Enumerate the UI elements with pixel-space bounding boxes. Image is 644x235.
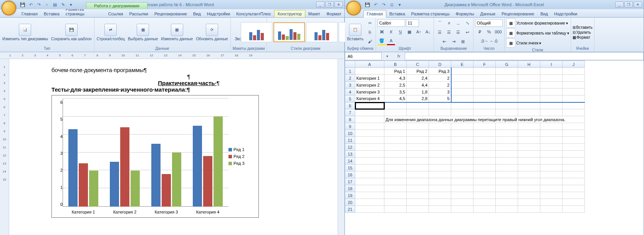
save-template-icon: 💾 [65,24,78,36]
minimize-button[interactable]: _ [615,2,624,8]
align-center-icon[interactable]: ☰ [445,28,453,36]
qat-dropdown-icon[interactable]: ▾ [68,1,74,8]
cell-styles-button[interactable]: ▦ Стили ячеек ▾ [506,38,541,48]
minimize-button[interactable]: _ [316,2,324,8]
delete-cells-button[interactable]: ⊟ Удалить [573,30,591,35]
edit-data-button[interactable]: ▦Изменить данные [160,23,194,42]
border-button[interactable]: ▦ [405,28,414,36]
horizontal-ruler[interactable]: 12345678910111213141516171819 [0,52,344,59]
redo-icon[interactable]: ↷ [380,1,387,8]
insert-cells-button[interactable]: ⊞ Вставить [573,25,593,30]
format-as-table-button[interactable]: ▦ Форматировать как таблицу ▾ [506,28,569,38]
font-color-button[interactable]: A [387,37,395,45]
save-template-button[interactable]: 💾 Сохранить как шаблон [50,23,93,42]
tab-addins[interactable]: Надстройки [551,10,580,17]
merge-cells-icon[interactable]: ⊞ [459,37,467,46]
copy-icon[interactable]: ⎘ [366,28,374,36]
tab-formulas[interactable]: Формулы [453,10,477,17]
tab-page-layout[interactable]: Разметка страницы [408,10,453,17]
tab-design[interactable]: Конструктор [274,10,305,17]
document-page[interactable]: бочем·поле·документа·программы¶ ¶ Практи… [9,59,338,235]
wrap-text-icon[interactable]: ↩ [463,28,472,36]
formula-bar-buttons: ▾ fx [382,52,405,60]
format-painter-icon[interactable]: 🖌 [366,37,374,46]
font-name-combo[interactable] [377,19,405,27]
select-data-button[interactable]: ▦Выбрать данные [127,23,159,42]
save-icon[interactable]: 💾 [364,1,371,8]
align-top-icon[interactable]: ⎴ [435,19,444,27]
open-icon[interactable]: ▤ [51,1,58,8]
group-number-label: Число [475,46,503,51]
decrease-decimal-icon[interactable]: ←.0 [489,37,498,45]
chart-style-2[interactable] [273,22,305,42]
number-format-combo[interactable] [475,19,503,27]
paste-button[interactable]: 📋Вставить [346,23,364,42]
cells-table[interactable]: ABCDEFGHIJ1Ряд 1Ряд 2Ряд 32Категория 14,… [345,61,585,213]
align-left-icon[interactable]: ☰ [435,28,444,36]
tab-addins[interactable]: Надстройки [204,10,233,17]
formula-bar[interactable] [405,52,644,60]
tab-consultant[interactable]: КонсультантПлюс [233,10,274,17]
orientation-icon[interactable]: ⤡ [463,19,472,27]
tab-data[interactable]: Данные [477,10,498,17]
doc-subheading: Тесты·для·закрепления·изученного·материа… [51,86,326,93]
percent-icon[interactable]: % [485,28,493,36]
underline-button[interactable]: Ч [396,28,404,36]
fx-icon[interactable]: fx [397,54,400,58]
office-button[interactable] [346,1,361,15]
refresh-data-button[interactable]: ⟳Обновить данные [195,23,228,42]
office-button[interactable] [2,1,16,15]
switch-row-col-button[interactable]: ⇄Строка/столбец [96,23,126,42]
tab-view[interactable]: Вид [190,10,204,17]
save-icon[interactable]: 💾 [19,1,26,8]
decrease-font-icon[interactable]: A↓ [424,28,432,36]
decrease-indent-icon[interactable]: ⇤ [440,37,449,46]
tab-review[interactable]: Рецензирование [498,10,537,17]
chart-style-3[interactable] [306,22,338,42]
restore-button[interactable]: ❐ [325,2,334,8]
increase-font-icon[interactable]: A↑ [414,28,423,36]
embedded-chart[interactable]: 6543210 Категория 1Категория 2Категория … [51,95,259,218]
redo-icon[interactable]: ↷ [35,1,42,8]
fx-dropdown-icon[interactable]: ▾ [386,54,388,58]
align-middle-icon[interactable]: ≡ [445,19,453,27]
preview-icon[interactable]: ✎ [60,1,66,8]
tab-home[interactable]: Главная [363,10,386,18]
new-icon[interactable]: ▫ [43,1,50,8]
spreadsheet-grid[interactable]: ABCDEFGHIJ1Ряд 1Ряд 2Ряд 32Категория 14,… [345,61,644,235]
format-cells-button[interactable]: ▦ Формат [573,35,591,39]
increase-decimal-icon[interactable]: .0→ [480,37,488,45]
align-bottom-icon[interactable]: ⎵ [454,19,462,27]
tab-layout[interactable]: Макет [305,10,323,17]
tab-home[interactable]: Главная [18,10,41,17]
tab-review[interactable]: Рецензирование [151,10,190,17]
tab-format[interactable]: Формат [323,10,344,17]
undo-icon[interactable]: ↶ [27,1,34,8]
close-button[interactable]: ✕ [634,2,642,8]
increase-indent-icon[interactable]: ⇥ [449,37,458,46]
restore-button[interactable]: ❐ [624,2,633,8]
italic-button[interactable]: К [387,28,395,36]
chart-style-1[interactable] [241,22,272,42]
tab-view[interactable]: Вид [537,10,551,17]
vertical-ruler[interactable]: 123456789101112131415 [0,59,9,235]
close-button[interactable]: ✕ [334,2,343,8]
conditional-format-button[interactable]: ▦ Условное форматирование ▾ [506,18,568,28]
comma-icon[interactable]: 000 [494,28,502,36]
cut-icon[interactable]: ✂ [366,19,374,27]
qat-dropdown-icon[interactable]: ▾ [396,1,403,8]
bold-button[interactable]: Ж [377,28,386,36]
tab-insert[interactable]: Вставка [41,10,63,17]
tab-references[interactable]: Ссылки [105,10,126,17]
tab-insert[interactable]: Вставка [386,10,408,17]
print-icon[interactable]: ⎙ [388,1,395,8]
tab-mailings[interactable]: Рассылки [126,10,151,17]
fill-color-button[interactable]: 🪣 [377,37,386,45]
change-chart-type-button[interactable]: 📊 Изменить тип диаграммы [2,23,49,42]
font-size-combo[interactable] [406,19,419,27]
name-box[interactable] [345,52,382,60]
undo-icon[interactable]: ↶ [372,1,379,8]
vertical-scrollbar[interactable] [338,59,344,235]
align-right-icon[interactable]: ☰ [454,28,462,36]
currency-icon[interactable]: ₽ [475,28,484,36]
